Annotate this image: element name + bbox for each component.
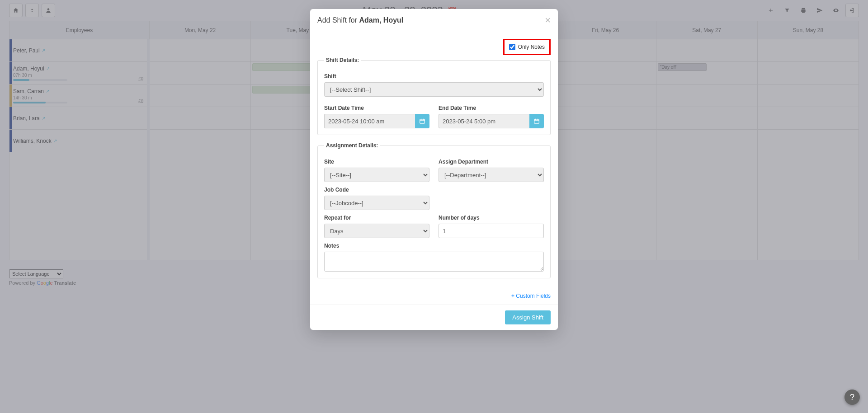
- only-notes-label: Only Notes: [518, 44, 545, 50]
- numdays-label: Number of days: [439, 215, 544, 221]
- calendar-icon: [419, 118, 425, 124]
- site-select[interactable]: [--Site--]: [324, 168, 429, 182]
- site-label: Site: [324, 159, 429, 165]
- repeat-label: Repeat for: [324, 215, 429, 221]
- shift-details-fieldset: Shift Details: Shift [--Select Shift--] …: [317, 57, 551, 135]
- add-shift-modal: Add Shift for Adam, Hoyul × Only Notes S…: [310, 9, 558, 290]
- start-date-label: Start Date Time: [324, 105, 429, 111]
- shift-select[interactable]: [--Select Shift--]: [324, 82, 544, 97]
- department-select[interactable]: [--Department--]: [439, 168, 544, 182]
- end-date-label: End Date Time: [439, 105, 544, 111]
- start-date-input[interactable]: [324, 114, 415, 128]
- modal-title: Add Shift for Adam, Hoyul: [317, 16, 403, 24]
- start-date-picker-button[interactable]: [415, 114, 429, 128]
- close-button[interactable]: ×: [545, 15, 551, 25]
- jobcode-label: Job Code: [324, 187, 429, 193]
- end-date-picker-button[interactable]: [529, 114, 544, 128]
- department-label: Assign Department: [439, 159, 544, 165]
- notes-label: Notes: [324, 243, 544, 249]
- only-notes-toggle[interactable]: Only Notes: [503, 39, 551, 55]
- jobcode-select[interactable]: [--Jobcode--]: [324, 196, 429, 210]
- svg-rect-5: [534, 119, 539, 123]
- assignment-details-fieldset: Assignment Details: Site [--Site--] Assi…: [317, 142, 551, 278]
- svg-rect-1: [420, 119, 425, 123]
- numdays-input[interactable]: [439, 224, 544, 238]
- only-notes-checkbox[interactable]: [509, 44, 515, 50]
- end-date-input[interactable]: [439, 114, 529, 128]
- modal-overlay: Add Shift for Adam, Hoyul × Only Notes S…: [0, 0, 868, 290]
- shift-details-legend: Shift Details:: [324, 57, 361, 63]
- assignment-legend: Assignment Details:: [324, 142, 380, 149]
- notes-textarea[interactable]: [324, 252, 544, 272]
- calendar-icon: [533, 118, 540, 124]
- shift-label: Shift: [324, 73, 544, 80]
- repeat-select[interactable]: Days: [324, 224, 429, 238]
